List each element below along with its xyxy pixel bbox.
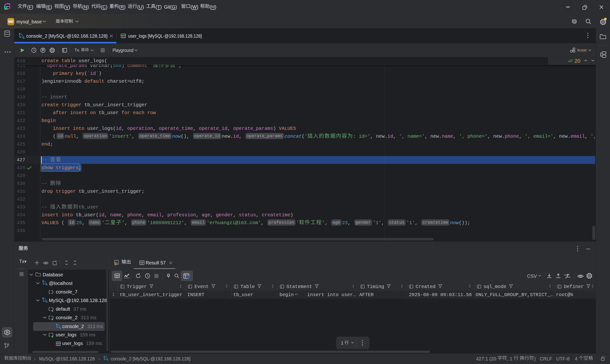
svg-text:DG: DG <box>6 5 9 8</box>
